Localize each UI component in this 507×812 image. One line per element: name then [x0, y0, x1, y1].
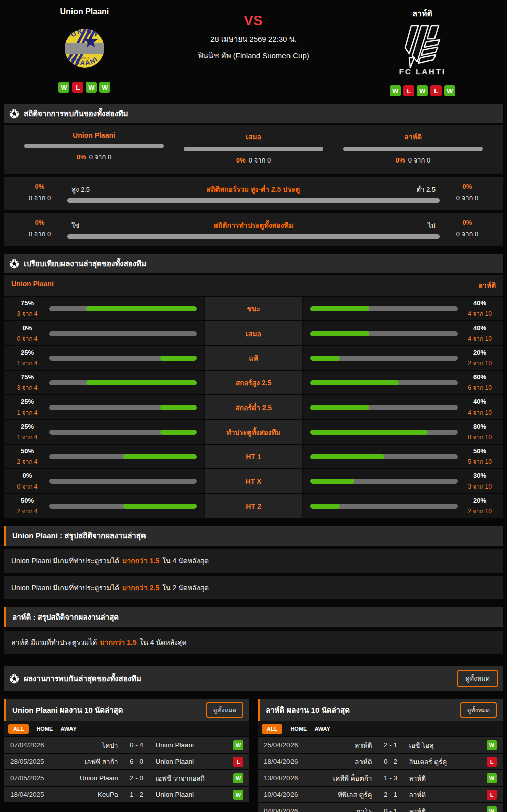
home-results-table: Union Plaani ผลงาน 10 นัดล่าสุด ดูทั้งหม… — [4, 699, 249, 802]
svg-text:FC LAHTI: FC LAHTI — [399, 67, 446, 76]
h2h-over-under-panel: 0% 0 จาก 0 สูง 2.5 สถิติสกอร์รวม สูง-ต่ำ… — [4, 177, 503, 210]
btts-middle: ใช่ สถิติการทำประตูทั้งสองทีม ไม่ — [67, 220, 440, 239]
result-badge: W — [487, 773, 497, 783]
tab-all[interactable]: ALL — [262, 724, 282, 734]
compare-row-ht2: 50%2 จาก 4 HT 2 20%2 จาก 10 — [4, 494, 503, 518]
table-row[interactable]: 25/04/2026ลาห์ติ2 - 1เอซี โอลุW — [258, 737, 503, 753]
btts-no-label: ไม่ — [428, 220, 436, 231]
table-row[interactable]: 07/04/2026โคปา0 - 4Union PlaaniW — [4, 737, 249, 753]
soccer-ball-icon — [9, 109, 19, 119]
table-row[interactable]: 07/05/2025Union Plaani2 - 0เอฟซี วาจากอส… — [4, 770, 249, 786]
under-label: ต่ำ 2.5 — [417, 184, 436, 195]
h2h-btts-panel: 0% 0 จาก 0 ใช่ สถิติการทำประตูทั้งสองทีม… — [4, 213, 503, 246]
table-row[interactable]: 10/04/2026ทีพีเอส ตูร์คู2 - 1ลาห์ติL — [258, 787, 503, 802]
compare-away-label: ลาห์ติ — [478, 280, 496, 291]
meetings-section: ผลงานการพบกันล่าสุดของทั้งสองทีม ดูทั้งห… — [4, 666, 503, 691]
compare-stat-label: HT X — [204, 469, 303, 493]
h2h-col-away: ลาห์ติ 0%0 จาก 0 — [343, 131, 483, 166]
match-header: Union Plaani 2013 UNION PLAAN — [0, 0, 507, 99]
tab-away[interactable]: AWAY — [60, 726, 76, 732]
away-table-header: ลาห์ติ ผลงาน 10 นัดล่าสุด ดูทั้งหมด — [258, 699, 503, 721]
table-row[interactable]: 18/04/2026ลาห์ติ0 - 2อินเตอร์ ตูร์คูL — [258, 754, 503, 769]
h2h-bar — [24, 144, 164, 148]
over-under-title: สถิติสกอร์รวม สูง-ต่ำ 2.5 ประตู — [206, 184, 300, 195]
compare-row-lose: 25%1 จาก 4 แพ้ 20%2 จาก 10 — [4, 346, 503, 370]
tab-home[interactable]: HOME — [290, 726, 307, 732]
away-form-badges: W L W L W — [390, 85, 455, 96]
h2h-section-title: สถิติจากการพบกันของทั้งสองทีม — [24, 108, 128, 120]
tab-away[interactable]: AWAY — [314, 726, 330, 732]
home-bar — [49, 356, 197, 361]
home-summary-header: Union Plaani : สรุปสถิติจากผลงานล่าสุด — [4, 526, 503, 546]
tab-home[interactable]: HOME — [36, 726, 53, 732]
tab-all[interactable]: ALL — [8, 724, 29, 734]
table-row[interactable]: 28/05/2025เอฟซี ฮาก้า6 - 0Union PlaaniL — [4, 754, 249, 769]
h2h-bar — [343, 147, 483, 151]
compare-team-labels: Union Plaani ลาห์ติ — [4, 275, 503, 296]
away-bar — [310, 479, 458, 484]
away-bar — [310, 454, 458, 459]
compare-row-under25: 25%1 จาก 4 สกอร์ต่ำ 2.5 40%4 จาก 10 — [4, 395, 503, 419]
result-badge: W — [487, 740, 497, 750]
home-bar — [49, 430, 197, 435]
match-competition: ฟินนิช คัพ (Finland Suomen Cup) — [198, 50, 309, 62]
form-badge: W — [444, 85, 455, 96]
home-bar — [49, 380, 197, 385]
compare-row-ht1: 50%2 จาก 4 HT 1 50%5 จาก 10 — [4, 445, 503, 468]
compare-section-title: เปรียบเทียบผลงานล่าสุดของทั้งสองทีม — [24, 258, 147, 270]
table-row[interactable]: 04/04/2026ยาโร0 - 1ลาห์ติW — [258, 803, 503, 812]
compare-stat-label: สกอร์สูง 2.5 — [204, 371, 303, 394]
result-badge: W — [487, 806, 497, 812]
vs-label: VS — [244, 13, 263, 29]
home-table-header: Union Plaani ผลงาน 10 นัดล่าสุด ดูทั้งหม… — [4, 699, 249, 721]
away-bar — [310, 331, 458, 336]
compare-row-btts: 25%1 จาก 4 ทำประตูทั้งสองทีม 80%8 จาก 10 — [4, 420, 503, 444]
result-badge: L — [487, 790, 497, 800]
compare-stat-label: แพ้ — [204, 346, 303, 370]
home-table-view-all-button[interactable]: ดูทั้งหมด — [206, 702, 243, 718]
away-table-view-all-button[interactable]: ดูทั้งหมด — [460, 702, 497, 718]
over-under-middle: สูง 2.5 สถิติสกอร์รวม สูง-ต่ำ 2.5 ประตู … — [67, 184, 440, 203]
compare-stat-label: HT 2 — [204, 494, 303, 518]
form-badge: W — [86, 82, 97, 93]
away-summary-section: ลาห์ติ : สรุปสถิติจากผลงานล่าสุด ลาห์ติ … — [4, 607, 503, 654]
table-row[interactable]: 13/04/2026เคทีพี ค็อตก้า1 - 3ลาห์ติW — [258, 770, 503, 786]
home-summary-section: Union Plaani : สรุปสถิติจากผลงานล่าสุด U… — [4, 526, 503, 599]
compare-row-win: 75%3 จาก 4 ชนะ 40%4 จาก 10 — [4, 297, 503, 320]
away-summary-header: ลาห์ติ : สรุปสถิติจากผลงานล่าสุด — [4, 607, 503, 627]
union-plaani-crest-icon: 2013 UNION PLAANI — [59, 19, 110, 76]
fc-lahti-crest-icon: FC LAHTI — [392, 23, 453, 80]
soccer-ball-icon — [9, 259, 19, 269]
compare-stat-label: HT 1 — [204, 445, 303, 468]
match-info-block: VS 28 เมษายน 2569 22:30 น. ฟินนิช คัพ (F… — [169, 5, 338, 96]
away-bar — [310, 380, 458, 385]
over-under-bar — [67, 198, 440, 203]
form-badge: W — [58, 82, 69, 93]
compare-section-header: เปรียบเทียบผลงานล่าสุดของทั้งสองทีม — [4, 254, 503, 273]
away-team-block: ลาห์ติ FC LAHTI W L W L W — [338, 5, 507, 96]
result-badge: W — [233, 740, 243, 750]
summary-highlight: มากกว่า 2.5 — [122, 584, 159, 592]
home-team-logo: 2013 UNION PLAANI — [59, 18, 110, 77]
h2h-section-header: สถิติจากการพบกันของทั้งสองทีม — [4, 104, 503, 123]
h2h-bar — [184, 147, 323, 151]
away-bar — [310, 504, 458, 509]
home-table-title: Union Plaani ผลงาน 10 นัดล่าสุด — [12, 704, 123, 716]
result-badge: W — [233, 773, 243, 783]
btts-right-stats: 0% 0 จาก 0 — [440, 219, 495, 239]
btts-left-stats: 0% 0 จาก 0 — [12, 219, 67, 239]
compare-row-over25: 75%3 จาก 4 สกอร์สูง 2.5 60%6 จาก 10 — [4, 371, 503, 394]
away-bar — [310, 430, 458, 435]
summary-row: Union Plaani มีเกมที่ทำประตูรวมได้มากกว่… — [4, 549, 503, 573]
away-table-tabs: ALL HOME AWAY — [258, 721, 503, 736]
form-badge: L — [430, 85, 442, 96]
soccer-ball-icon — [9, 674, 19, 684]
meetings-view-all-button[interactable]: ดูทั้งหมด — [457, 670, 498, 687]
btts-yes-label: ใช่ — [71, 220, 79, 231]
away-team-name: ลาห์ติ — [412, 7, 432, 20]
table-row[interactable]: 18/04/2025KeuPa1 - 2Union PlaaniW — [4, 787, 249, 802]
over-label: สูง 2.5 — [71, 184, 90, 195]
form-badge: W — [99, 82, 110, 93]
summary-row: Union Plaani มีเกมที่ทำประตูรวมได้มากกว่… — [4, 576, 503, 599]
away-bar — [310, 405, 458, 410]
